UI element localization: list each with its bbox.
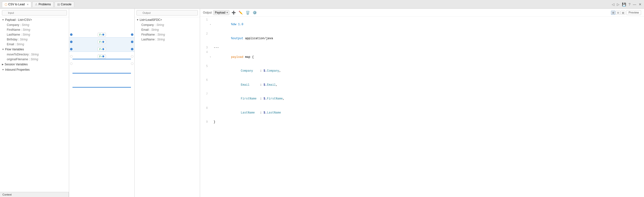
input-item-birthday[interactable]: Birthday : String (0, 37, 69, 42)
left-dot-company (70, 33, 72, 36)
code-token: FirstName (267, 97, 283, 100)
fold-arrow-4[interactable]: ▾ (210, 55, 211, 59)
fx-subscript-birthday: x (100, 55, 102, 58)
input-item-movetodirectory[interactable]: moveToDirectory : String (0, 52, 69, 57)
close-icon[interactable]: ✕ (638, 2, 642, 7)
forward-icon[interactable]: ▷ (616, 2, 620, 7)
tab-problems[interactable]: ⚠ Problems (32, 1, 54, 7)
code-token: $. (264, 97, 267, 100)
code-token: application/java (243, 37, 273, 40)
code-token: payload (231, 55, 243, 59)
payload-section-header[interactable]: ▼ Payload : List<CSV> (0, 17, 69, 22)
output-company-name: Company : (141, 23, 156, 27)
left-dot-birthday (70, 55, 72, 58)
fx-btn-lastname[interactable]: f x (98, 47, 106, 51)
input-item-email[interactable]: Email : String (0, 42, 69, 47)
code-token: Company (241, 69, 253, 73)
session-variables-section-header[interactable]: ▶ Session Variables (0, 62, 69, 67)
company-name: Company : (7, 23, 22, 27)
close-icon[interactable]: ✕ (27, 3, 28, 6)
output-item-company[interactable]: Company : String (134, 22, 200, 27)
line-num-2: 2 (201, 32, 208, 46)
flow-variables-section-header[interactable]: ▼ Flow Variables (0, 47, 69, 52)
line-gutter-5 (210, 64, 214, 78)
back-icon[interactable]: ◁ (611, 2, 615, 7)
input-item-lastname[interactable]: LastName : String (0, 32, 69, 37)
code-token: , (279, 69, 281, 73)
input-item-firstname[interactable]: FirstName : String (0, 27, 69, 32)
inbound-properties-section-header[interactable]: ▼ Inbound Properties (0, 67, 69, 72)
middle-panel: f x f x f x (69, 9, 134, 197)
code-line-9: 9 } (200, 120, 644, 124)
fx-btn-firstname[interactable]: f x (98, 40, 106, 44)
lastname-name: LastName : (7, 33, 22, 36)
output-lastname-name: LastName : (141, 38, 156, 41)
fx-subscript-lastname: x (100, 48, 102, 50)
fx-label-birthday: f (99, 55, 100, 58)
tab-bar: ⬡ CSV to Lead ✕ ⚠ Problems ▤ Console ◁ ▷… (0, 0, 644, 9)
editor-toolbar-left: Output Payload ▼ ➕ ✏️ 🗑️ ⚙️ (203, 10, 258, 15)
output-item-email[interactable]: Email : String (134, 27, 200, 32)
context-tab[interactable]: Context (0, 192, 69, 197)
line-gutter-2 (210, 32, 214, 46)
delete-button[interactable]: 🗑️ (245, 10, 250, 15)
add-mapping-button[interactable]: ➕ (231, 10, 236, 15)
fx-label-lastname: f (99, 48, 100, 51)
tab-console[interactable]: ▤ Console (54, 1, 74, 7)
right-connector-dots (131, 9, 133, 67)
view-split-icon[interactable]: ⊟ (616, 11, 620, 15)
left-connector-dots (70, 9, 72, 67)
line-content-1: %dw 1.0 (214, 18, 643, 32)
save-icon[interactable]: 💾 (622, 2, 626, 7)
input-search-field[interactable] (2, 10, 67, 15)
fx-label-firstname: f (99, 40, 100, 43)
line-num-5: 5 (201, 64, 208, 78)
payload-dropdown-label: Payload (215, 11, 225, 14)
output-item-lastname[interactable]: LastName : String (134, 37, 200, 42)
minimize-icon[interactable]: — (632, 2, 637, 7)
right-dot-lastname (131, 48, 133, 50)
line-gutter-9 (210, 120, 214, 124)
line-num-7: 7 (201, 92, 208, 106)
preview-button[interactable]: Preview (626, 10, 641, 15)
output-firstname-type: String (157, 33, 165, 36)
fx-btn-birthday[interactable]: f x (98, 54, 106, 58)
code-editor[interactable]: 1 ▾ %dw 1.0 2 %output application/java 3 (200, 17, 644, 197)
main-content: 🔍 ▼ Payload : List<CSV> Company : String… (0, 9, 644, 197)
tab-csv-to-lead[interactable]: ⬡ CSV to Lead ✕ (2, 1, 31, 7)
firstname-type: String (22, 28, 30, 31)
output-email-type: String (151, 28, 159, 31)
line-content-6: Email : $.Email, (214, 78, 643, 92)
view-text-icon[interactable]: ▤ (621, 11, 625, 15)
code-line-6: 6 Email : $.Email, (200, 78, 644, 92)
line-content-2: %output application/java (214, 32, 643, 46)
input-item-company[interactable]: Company : String (0, 22, 69, 27)
input-item-originalfilename[interactable]: originalFilename : String (0, 57, 69, 62)
code-token: Email (267, 83, 276, 87)
output-section-header[interactable]: ▼ List<LeadSFDC> (134, 17, 200, 22)
payload-collapse-icon: ▼ (2, 19, 4, 21)
console-icon: ▤ (57, 3, 60, 6)
output-tree: ▼ List<LeadSFDC> Company : String Email … (134, 17, 200, 197)
right-panel: 🔍 ▼ List<LeadSFDC> Company : String Emai… (134, 9, 200, 197)
line-num-8: 8 (201, 106, 208, 120)
left-dot-firstname (70, 41, 72, 43)
output-item-firstname[interactable]: FirstName : String (134, 32, 200, 37)
output-label: Output (203, 11, 212, 14)
line-num-1: 1 (201, 18, 208, 32)
output-search-field[interactable] (136, 10, 198, 15)
payload-dropdown[interactable]: Payload ▼ (213, 10, 230, 15)
line-gutter-1: ▾ (210, 18, 214, 32)
help-icon[interactable]: ? (628, 2, 631, 7)
settings-button[interactable]: ⚙️ (252, 10, 258, 15)
fx-btn-company[interactable]: f x (98, 33, 106, 36)
right-dot-firstname (131, 41, 133, 43)
tab-csv-to-lead-label: CSV to Lead (8, 3, 25, 6)
flow-icon: ⬡ (4, 3, 7, 6)
view-table-icon[interactable]: ⊞ (611, 11, 616, 15)
code-token: map { (243, 55, 254, 59)
fold-arrow-1[interactable]: ▾ (210, 23, 211, 26)
input-tree: ▼ Payload : List<CSV> Company : String F… (0, 17, 69, 192)
code-line-4: 4 ▾ payload map { (200, 50, 644, 64)
edit-button[interactable]: ✏️ (238, 10, 244, 15)
